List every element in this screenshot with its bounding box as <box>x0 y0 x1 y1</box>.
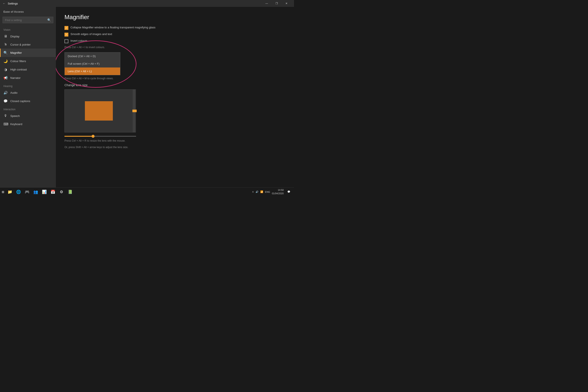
sidebar-label-display: Display <box>10 35 20 38</box>
sidebar-item-audio[interactable]: 🔊 Audio <box>0 88 56 97</box>
checkbox-collapse-label: Collapse Magnifier window to a floating … <box>70 26 156 30</box>
sidebar-item-high-contrast[interactable]: ◑ High contrast <box>0 65 56 74</box>
vertical-slider-thumb[interactable] <box>132 110 137 112</box>
taskbar-system-tray: ∧ 🔊 📶 ENG 14:50 01/04/2020 💬 <box>252 188 292 195</box>
sidebar-item-cursor[interactable]: 🖱 Cursor & pointer <box>0 40 56 48</box>
sidebar-label-magnifier: Magnifier <box>10 51 22 54</box>
colour-filters-icon: 🌙 <box>4 59 8 63</box>
checkbox-invert-label: Invert colours <box>70 39 87 43</box>
closed-captions-icon: 💬 <box>4 99 8 103</box>
checkbox-smooth-label: Smooth edges of images and text <box>70 32 112 36</box>
lens-size-title: Change lens size <box>64 84 286 87</box>
window-controls: — ❐ ✕ <box>262 0 292 7</box>
lens-rect <box>85 101 113 120</box>
magnifier-icon: 🔍 <box>4 51 8 55</box>
dropdown-option-docked[interactable]: Docked (Ctrl + Alt + D) <box>65 52 120 60</box>
display-icon: 🖥 <box>4 34 8 38</box>
sidebar-item-closed-captions[interactable]: 💬 Closed captions <box>0 97 56 105</box>
main-layout: Ease of Access 🔍 Vision 🖥 Display 🖱 Curs… <box>0 7 294 188</box>
sidebar-item-magnifier[interactable]: 🔍 Magnifier <box>0 48 56 57</box>
taskbar-time-display: 14:50 <box>272 188 284 192</box>
taskbar-chrome[interactable]: 🌐 <box>14 188 22 196</box>
sidebar-label-cursor: Cursor & pointer <box>10 43 31 46</box>
high-contrast-icon: ◑ <box>4 68 8 72</box>
view-dropdown[interactable]: Docked (Ctrl + Alt + D) Full screen (Ctr… <box>64 52 120 75</box>
taskbar-outlook[interactable]: 📅 <box>49 188 57 196</box>
sidebar-item-narrator[interactable]: 📢 Narrator <box>0 74 56 82</box>
taskbar-powerpoint[interactable]: 📊 <box>40 188 48 196</box>
checkbox-invert[interactable] <box>64 39 68 43</box>
sidebar: Ease of Access 🔍 Vision 🖥 Display 🖱 Curs… <box>0 7 56 188</box>
sidebar-item-keyboard[interactable]: ⌨ Keyboard <box>0 120 56 128</box>
sidebar-item-display[interactable]: 🖥 Display <box>0 32 56 40</box>
horizontal-slider-fill <box>64 136 93 137</box>
taskbar-file-explorer[interactable]: 📁 <box>6 188 14 196</box>
taskbar: ⊞ 📁 🌐 🎮 👥 📊 📅 ⚙ 📗 ∧ 🔊 📶 ENG 14:50 01/04/… <box>0 188 294 196</box>
taskbar-excel[interactable]: 📗 <box>66 188 74 196</box>
resize-hint: Press Ctrl + Alt + R to resize the lens … <box>64 139 286 142</box>
taskbar-network-icon[interactable]: 📶 <box>260 190 263 193</box>
narrator-icon: 📢 <box>4 76 8 80</box>
horizontal-slider[interactable] <box>64 136 136 137</box>
taskbar-settings[interactable]: ⚙ <box>58 188 65 196</box>
invert-hint: Press Ctrl + Alt + I to invert colours. <box>64 46 286 49</box>
sidebar-section-hearing: Hearing <box>0 82 56 88</box>
search-icon: 🔍 <box>47 18 51 22</box>
dropdown-option-fullscreen[interactable]: Full screen (Ctrl + Alt + F) <box>65 60 120 68</box>
taskbar-language[interactable]: ENG <box>265 191 270 193</box>
sidebar-item-colour-filters[interactable]: 🌙 Colour filters <box>0 57 56 65</box>
taskbar-app-icons: 📁 🌐 🎮 👥 📊 📅 ⚙ 📗 <box>6 188 74 196</box>
speech-icon: 🎙 <box>4 114 8 118</box>
minimize-button[interactable]: — <box>262 0 272 7</box>
sidebar-label-speech: Speech <box>10 114 20 118</box>
horizontal-slider-thumb[interactable] <box>92 135 94 138</box>
lens-preview <box>64 90 133 132</box>
back-button[interactable]: ← <box>2 2 6 5</box>
page-title: Magnifier <box>64 14 286 21</box>
titlebar: ← Settings — ❐ ✕ <box>0 0 294 7</box>
checkbox-smooth[interactable]: ✓ <box>64 33 68 36</box>
keyboard-icon: ⌨ <box>4 122 8 126</box>
sidebar-label-keyboard: Keyboard <box>10 122 22 126</box>
taskbar-date-display: 01/04/2020 <box>272 192 284 195</box>
dropdown-option-lens[interactable]: Lens (Ctrl + Alt + L) <box>65 68 120 75</box>
start-button[interactable]: ⊞ <box>2 190 4 194</box>
taskbar-teams[interactable]: 👥 <box>32 188 40 196</box>
checkbox-row-invert: Invert colours <box>64 39 286 43</box>
checkbox-collapse[interactable]: ✓ <box>64 26 68 30</box>
cycle-hint: Press Ctrl + Alt + M to cycle through vi… <box>64 77 286 80</box>
sidebar-section-interaction: Interaction <box>0 105 56 112</box>
sidebar-label-closed-captions: Closed captions <box>10 100 30 103</box>
checkbox-row-collapse: ✓ Collapse Magnifier window to a floatin… <box>64 26 286 30</box>
taskbar-game[interactable]: 🎮 <box>23 188 31 196</box>
taskbar-chevron-icon[interactable]: ∧ <box>252 190 254 193</box>
sidebar-label-audio: Audio <box>10 91 18 94</box>
close-button[interactable]: ✕ <box>282 0 292 7</box>
horizontal-slider-row <box>64 136 136 137</box>
sidebar-label-narrator: Narrator <box>10 76 21 80</box>
sidebar-label-high-contrast: High contrast <box>10 68 27 71</box>
dropdown-container: Docked (Ctrl + Alt + D) Full screen (Ctr… <box>64 52 286 75</box>
cursor-icon: 🖱 <box>4 42 8 46</box>
taskbar-datetime[interactable]: 14:50 01/04/2020 <box>272 188 284 195</box>
content-area: Magnifier ✓ Collapse Magnifier window to… <box>56 7 294 188</box>
sidebar-label-colour-filters: Colour filters <box>10 60 26 63</box>
search-input[interactable] <box>5 18 47 22</box>
taskbar-notification-icon[interactable]: 💬 <box>286 188 292 195</box>
maximize-button[interactable]: ❐ <box>272 0 282 7</box>
audio-icon: 🔊 <box>4 91 8 95</box>
arrow-hint: Or, press Shift + Alt + arrow keys to ad… <box>64 146 286 149</box>
vertical-slider[interactable] <box>133 90 136 132</box>
window-title: Settings <box>8 2 262 5</box>
sidebar-item-speech[interactable]: 🎙 Speech <box>0 112 56 120</box>
sidebar-section-vision: Vision <box>0 26 56 32</box>
lens-size-container <box>64 90 286 132</box>
sidebar-header-label: Ease of Access <box>0 7 56 15</box>
search-box[interactable]: 🔍 <box>2 17 53 23</box>
taskbar-speaker-icon[interactable]: 🔊 <box>256 190 258 193</box>
checkbox-row-smooth: ✓ Smooth edges of images and text <box>64 32 286 36</box>
